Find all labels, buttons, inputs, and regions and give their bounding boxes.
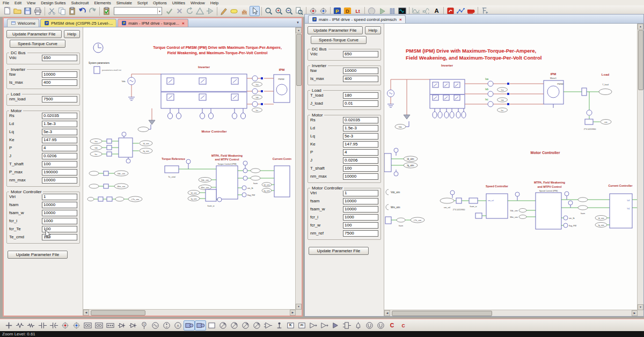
source-current-icon[interactable]: A — [172, 320, 184, 331]
scroll-left-arrow[interactable]: ◀ — [384, 310, 390, 316]
menu-script[interactable]: Script — [135, 1, 150, 5]
machine-ac-icon[interactable] — [184, 320, 195, 331]
torque-reference[interactable]: Torque Reference Te_cmd — [162, 157, 216, 178]
current-controller-block[interactable]: Current Controller Vd* Vq* Id_sim Iq_sim — [595, 184, 638, 228]
scroll-up-arrow[interactable]: ▲ — [638, 24, 643, 30]
param-input-nm_load[interactable] — [42, 96, 77, 102]
select-tool-icon[interactable] — [250, 6, 260, 16]
copy-icon[interactable] — [57, 6, 67, 16]
place-label-icon[interactable] — [229, 6, 239, 16]
new-file-icon[interactable] — [2, 6, 12, 16]
quick-find-combo-input[interactable] — [114, 8, 157, 14]
chevron-down-icon[interactable]: ▼ — [157, 8, 162, 14]
param-input-nm_max[interactable] — [42, 177, 77, 184]
param-input-nm_ref[interactable] — [343, 230, 378, 237]
param-input-Lq[interactable] — [343, 133, 378, 140]
scroll-right-arrow[interactable]: ▶ — [290, 310, 296, 316]
inverter-bridge[interactable] — [430, 79, 466, 118]
zoom-tool-icon[interactable] — [264, 6, 274, 16]
ipm-motor[interactable]: IPM Motor1 PMSM — [544, 72, 564, 108]
gating-ground[interactable]: Vdc — [395, 79, 410, 129]
param-input-Ke[interactable] — [343, 141, 378, 148]
gain-block-icon[interactable]: K — [285, 320, 296, 331]
op-amp-icon[interactable] — [262, 320, 274, 331]
scroll-thumb[interactable] — [91, 310, 145, 316]
scroll-right-arrow[interactable]: ▶ — [632, 310, 638, 316]
diode-icon[interactable] — [116, 320, 127, 331]
left-schematic-canvas[interactable]: Torque Control of PMSM (IPM) Drive with … — [83, 27, 302, 316]
param-input-P_max[interactable] — [42, 169, 77, 175]
meter-block-icon[interactable] — [105, 320, 116, 331]
menu-subcircuit[interactable]: Subcircuit — [68, 1, 91, 5]
param-input-fcr_i[interactable] — [343, 214, 378, 221]
param-input-fsw[interactable] — [42, 71, 77, 78]
print-icon[interactable] — [33, 6, 43, 16]
param-input-Ld[interactable] — [42, 121, 77, 127]
param-input-nm_max[interactable] — [343, 173, 378, 180]
menu-elements[interactable]: Elements — [91, 1, 113, 5]
param-input-fsam[interactable] — [343, 198, 378, 204]
tab-main-ipm-drive-speed-control-psimsch[interactable]: Pmain - IPM drive - speed control.psimsc… — [308, 15, 406, 23]
left-horizontal-scrollbar[interactable]: ◀ ▶ — [83, 309, 296, 316]
dc-source[interactable] — [387, 79, 430, 107]
scroll-thumb[interactable] — [392, 311, 492, 316]
controlled-source-3-icon[interactable] — [240, 320, 251, 331]
wire-element-icon[interactable] — [3, 320, 14, 331]
transformer-3ph-icon[interactable] — [93, 320, 105, 331]
c-block-2-icon[interactable]: C — [398, 320, 409, 331]
c-script-block-icon[interactable]: C — [386, 320, 398, 331]
undo-icon[interactable] — [77, 6, 87, 16]
source-u1-icon[interactable] — [364, 320, 375, 331]
mechanical-load[interactable]: Load T_load nm 2*3.14159/60 — [564, 73, 612, 130]
param-input-T_shaft[interactable] — [343, 165, 378, 172]
pan-tool-icon[interactable] — [239, 6, 250, 16]
param-input-Is_max[interactable] — [42, 79, 77, 86]
param-input-Te_cmd[interactable] — [42, 234, 77, 240]
scroll-down-arrow[interactable]: ▼ — [638, 304, 643, 310]
dc-source[interactable]: Vdc — [122, 74, 161, 100]
filter-block-icon[interactable] — [353, 320, 364, 331]
warning-tool-icon[interactable] — [195, 6, 205, 16]
source-u2-icon[interactable] — [375, 320, 386, 331]
amplifier-2-icon[interactable] — [319, 320, 330, 331]
update-parameter-file-button[interactable]: Update Parameter File — [6, 30, 62, 38]
right-schematic-canvas[interactable]: PMSM (IPM) Drive with Maximum-Torque-Per… — [384, 24, 643, 316]
param-input-P[interactable] — [42, 145, 77, 151]
tab-main-ipm-drive-torque[interactable]: Pmain - IPM drive - torque...× — [118, 19, 188, 27]
tab-pmsm-drive-cispr-25-level[interactable]: PPMSM drive (CISPR-25 Level-... — [40, 19, 116, 27]
phase-current-sensors[interactable]: Isa Isb Isc — [247, 76, 274, 112]
cancel-x-icon[interactable] — [174, 6, 185, 16]
run-script-icon[interactable] — [101, 6, 112, 16]
menu-window[interactable]: Window — [188, 1, 208, 5]
param-input-fsw[interactable] — [343, 68, 378, 74]
open-file-icon[interactable] — [12, 6, 23, 16]
update-parameter-file-bottom-button[interactable]: Update Parameter File — [309, 247, 369, 255]
source-voltage-icon[interactable] — [161, 320, 172, 331]
param-input-Vdc[interactable] — [343, 51, 378, 57]
ipm-motor[interactable]: IPM PMSM — [274, 68, 290, 102]
help-button[interactable]: Help — [64, 30, 80, 38]
param-input-Ke[interactable] — [42, 137, 77, 143]
scroll-left-arrow[interactable]: ◀ — [83, 310, 89, 316]
menu-options[interactable]: Options — [150, 1, 170, 5]
scroll-thumb[interactable] — [638, 30, 643, 90]
tab-overflow-icon[interactable]: ▼ — [296, 21, 299, 24]
draw-wire-icon[interactable] — [219, 6, 229, 16]
zoom-in-icon[interactable] — [274, 6, 284, 16]
capacitor-polarized-icon[interactable] — [48, 320, 60, 331]
amplifier-1-icon[interactable] — [308, 320, 319, 331]
machine-element-2-icon[interactable] — [71, 320, 82, 331]
param-input-fsam_w[interactable] — [42, 210, 77, 216]
menu-simulate[interactable]: Simulate — [114, 1, 135, 5]
menu-design-suites[interactable]: Design Suites — [38, 1, 68, 5]
tab-welcome[interactable]: Welcome — [7, 19, 39, 27]
param-input-Ld[interactable] — [343, 125, 378, 131]
buffer-block-icon[interactable] — [330, 320, 341, 331]
refresh-icon[interactable] — [185, 6, 195, 16]
param-input-J_load[interactable] — [343, 100, 378, 107]
param-input-J[interactable] — [42, 153, 77, 159]
param-input-fsam[interactable] — [42, 202, 77, 208]
abc-dq-transform[interactable]: Isa Isb Isc Id_sim Iq_sim — [90, 132, 152, 163]
transformer-icon[interactable] — [82, 320, 93, 331]
param-input-Is_max[interactable] — [343, 76, 378, 82]
